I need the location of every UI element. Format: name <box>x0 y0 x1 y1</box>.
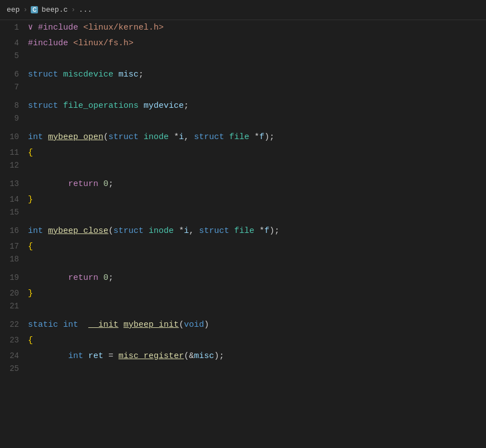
code-line: 7 <box>0 83 486 98</box>
code-line: 4#include <linux/fs.h> <box>0 36 486 51</box>
line-number: 16 <box>0 226 28 235</box>
code-line: 6struct miscdevice misc; <box>0 67 486 83</box>
line-content: ∨ #include <linux/kernel.h> <box>28 20 164 36</box>
line-content: } <box>28 192 33 208</box>
line-content: int ret = misc_register(&misc); <box>28 349 224 364</box>
line-number: 9 <box>0 114 28 123</box>
line-content: { <box>28 145 33 161</box>
code-line: 10int mybeep_open(struct inode *i, struc… <box>0 130 486 145</box>
line-number: 1 <box>0 23 28 32</box>
code-line: 11{ <box>0 145 486 161</box>
breadcrumb-sep-2: › <box>71 6 75 14</box>
line-content: return 0; <box>28 270 113 286</box>
line-number: 24 <box>0 351 28 360</box>
breadcrumb-sep-1: › <box>23 6 27 14</box>
line-content: { <box>28 239 33 255</box>
line-number: 11 <box>0 148 28 157</box>
line-content: struct file_operations mydevice; <box>28 98 189 114</box>
line-number: 22 <box>0 320 28 329</box>
line-number: 8 <box>0 101 28 110</box>
code-container: 1∨ #include <linux/kernel.h>4#include <l… <box>0 20 486 448</box>
line-number: 5 <box>0 51 28 60</box>
breadcrumb-bar: eep › C beep.c › ... <box>0 0 486 20</box>
breadcrumb-c-icon: C <box>31 6 38 13</box>
line-number: 14 <box>0 195 28 204</box>
code-line: 21 <box>0 302 486 317</box>
code-line: 8struct file_operations mydevice; <box>0 98 486 114</box>
line-content: #include <linux/fs.h> <box>28 36 134 51</box>
line-content: int mybeep_open(struct inode *i, struct … <box>28 130 274 145</box>
line-content: { <box>28 333 33 349</box>
code-line: 5 <box>0 51 486 67</box>
line-number: 7 <box>0 83 28 92</box>
breadcrumb-ellipsis[interactable]: ... <box>79 6 92 14</box>
line-number: 25 <box>0 364 28 373</box>
code-line: 23{ <box>0 333 486 349</box>
line-content: return 0; <box>28 177 113 192</box>
code-line: 17{ <box>0 239 486 255</box>
code-line: 12 <box>0 161 486 177</box>
line-number: 21 <box>0 302 28 311</box>
code-line: 20} <box>0 286 486 302</box>
code-line: 19 return 0; <box>0 270 486 286</box>
code-line: 14} <box>0 192 486 208</box>
line-number: 15 <box>0 208 28 217</box>
line-number: 6 <box>0 70 28 79</box>
line-content: struct miscdevice misc; <box>28 67 144 83</box>
line-number: 18 <box>0 255 28 264</box>
code-line: 18 <box>0 255 486 270</box>
code-line: 15 <box>0 208 486 223</box>
line-number: 10 <box>0 132 28 141</box>
code-line: 1∨ #include <linux/kernel.h> <box>0 20 486 36</box>
line-number: 17 <box>0 242 28 251</box>
code-line: 24 int ret = misc_register(&misc); <box>0 349 486 364</box>
line-content: static int __init mybeep_init(void) <box>28 317 209 333</box>
line-number: 20 <box>0 289 28 298</box>
line-number: 12 <box>0 161 28 170</box>
line-number: 19 <box>0 273 28 282</box>
code-line: 9 <box>0 114 486 130</box>
line-content: } <box>28 286 33 302</box>
line-number: 4 <box>0 39 28 47</box>
code-line: 16int mybeep_close(struct inode *i, stru… <box>0 223 486 239</box>
breadcrumb-file[interactable]: beep.c <box>41 6 68 14</box>
line-number: 13 <box>0 179 28 188</box>
code-line: 25 <box>0 364 486 380</box>
line-content: int mybeep_close(struct inode *i, struct… <box>28 223 279 239</box>
code-line: 13 return 0; <box>0 177 486 192</box>
breadcrumb-eep[interactable]: eep <box>7 6 20 14</box>
line-number: 23 <box>0 336 28 345</box>
code-line: 22static int __init mybeep_init(void) <box>0 317 486 333</box>
